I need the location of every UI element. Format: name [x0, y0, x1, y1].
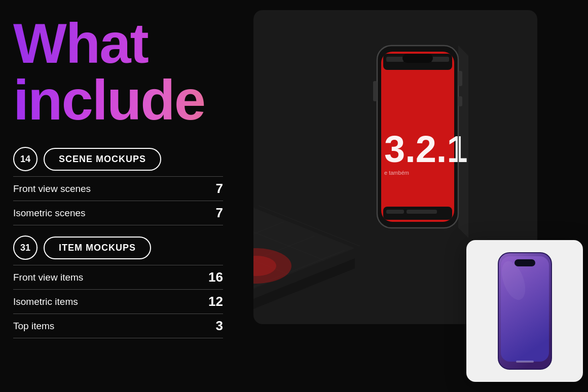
stat-label: Front view items — [13, 272, 83, 283]
svg-rect-26 — [407, 210, 437, 214]
stat-value: 7 — [216, 181, 223, 197]
right-panel: 3.2.1 e também — [238, 0, 588, 392]
svg-marker-14 — [377, 228, 468, 238]
headline-line1: What — [13, 15, 223, 72]
headline-line2: include — [13, 72, 223, 129]
svg-rect-30 — [373, 81, 377, 101]
scene-mockups-label: SCENE MOCKUPS — [44, 148, 161, 171]
item-mockups-badge-row: 31 ITEM MOCKUPS — [13, 236, 223, 260]
stat-row-top-items: Top items 3 — [13, 314, 223, 338]
left-panel: What include 14 SCENE MOCKUPS Front view… — [0, 0, 238, 392]
stat-label: Front view scenes — [13, 183, 91, 194]
item-mockups-number: 31 — [13, 236, 38, 260]
stat-row: Isometric items 12 — [13, 290, 223, 314]
stat-label: Isometric scenes — [13, 208, 86, 219]
scene-stats: Front view scenes 7 Isometric scenes 7 — [13, 176, 223, 225]
isometric-phone: 3.2.1 e também — [362, 30, 473, 255]
scene-mockups-badge-row: 14 SCENE MOCKUPS — [13, 147, 223, 171]
iso-floor-svg — [253, 167, 380, 309]
stat-row: Front view items 16 — [13, 265, 223, 290]
stat-row: Isometric scenes 7 — [13, 201, 223, 225]
svg-rect-18 — [386, 57, 404, 62]
stat-label: Isometric items — [13, 296, 78, 307]
stat-value: 16 — [208, 269, 223, 285]
small-mockup-card — [466, 240, 583, 382]
svg-text:e também: e também — [384, 170, 409, 176]
stat-value: 12 — [208, 294, 223, 309]
svg-rect-28 — [458, 71, 462, 86]
stat-value: 7 — [216, 205, 223, 221]
scene-mockups-number: 14 — [13, 147, 38, 171]
headline: What include — [13, 15, 223, 129]
svg-rect-21 — [402, 54, 433, 63]
item-mockups-label: ITEM MOCKUPS — [44, 237, 151, 259]
svg-rect-34 — [514, 259, 535, 266]
item-stats: Front view items 16 Isometric items 12 T… — [13, 265, 223, 338]
svg-rect-37 — [516, 361, 534, 363]
stat-value: 3 — [216, 318, 223, 334]
stat-label: Top items — [13, 321, 54, 332]
svg-rect-29 — [458, 96, 462, 106]
stat-row: Front view scenes 7 — [13, 176, 223, 201]
svg-rect-25 — [386, 210, 404, 214]
svg-text:3.2.1: 3.2.1 — [384, 128, 468, 170]
front-view-phone — [496, 250, 554, 372]
